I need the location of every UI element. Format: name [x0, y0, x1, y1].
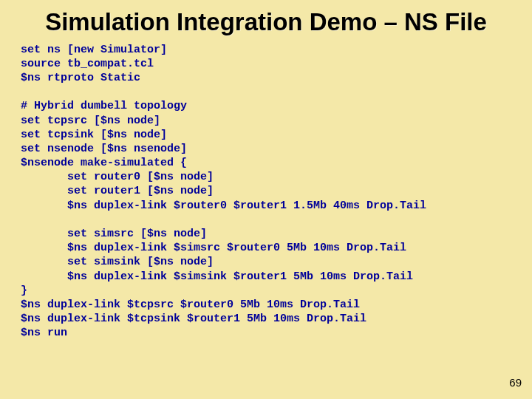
code-block: set ns [new Simulator] source tb_compat.…: [0, 41, 532, 341]
slide-title: Simulation Integration Demo – NS File: [0, 0, 532, 41]
page-number: 69: [509, 376, 522, 389]
